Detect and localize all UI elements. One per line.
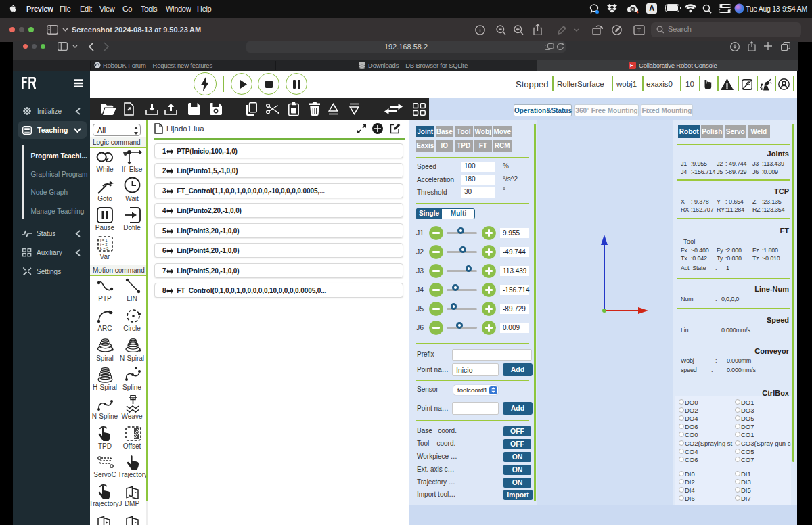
svg-text:k = 3: k = 3 [100, 246, 108, 250]
